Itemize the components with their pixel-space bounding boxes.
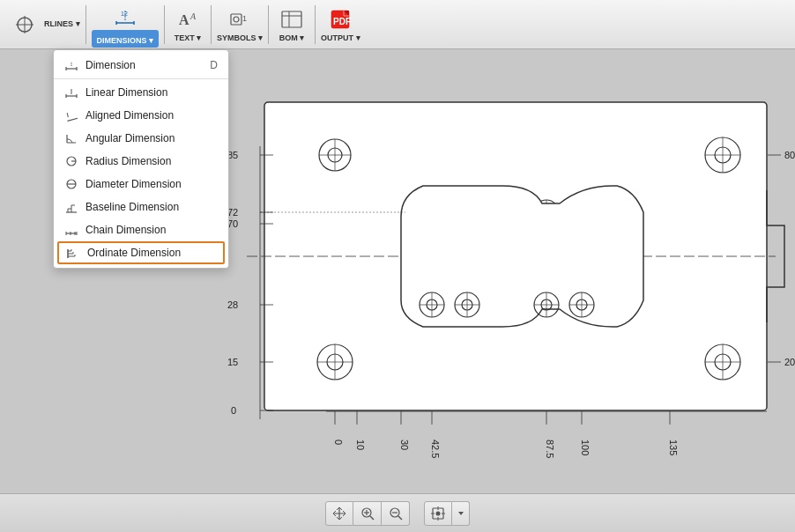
svg-line-140	[398, 516, 402, 520]
divider-3	[211, 5, 212, 44]
menu-item-radius[interactable]: Radius Dimension	[54, 150, 228, 173]
divider-1	[85, 5, 86, 44]
bom-label[interactable]: BOM ▾	[279, 33, 305, 42]
menu-item-baseline[interactable]: Baseline Dimension	[54, 196, 228, 218]
divider-2	[164, 5, 165, 44]
svg-text:A: A	[189, 11, 197, 21]
symbols-label[interactable]: SYMBOLS ▾	[217, 33, 263, 42]
menu-item-linear[interactable]: Linear Dimension	[54, 81, 228, 104]
svg-text:135: 135	[668, 440, 679, 455]
svg-line-29	[67, 113, 68, 117]
main-toolbar: RLINES ▾ 12 DIMENSIONS ▾	[0, 0, 795, 49]
snap-tools-group	[424, 501, 470, 526]
svg-rect-10	[231, 14, 241, 25]
menu-item-angular[interactable]: Angular Dimension	[54, 127, 228, 150]
dim-diameter-icon	[64, 177, 78, 191]
snap-options-button[interactable]	[452, 501, 470, 526]
bom-tool[interactable]	[274, 5, 309, 33]
view-tools-group	[325, 501, 410, 526]
svg-text:0: 0	[231, 405, 236, 416]
zoom-out-button[interactable]	[382, 501, 410, 526]
bom-section[interactable]: BOM ▾	[274, 5, 309, 44]
dim-general-icon	[64, 58, 78, 72]
output-section[interactable]: PDF OUTPUT ▾	[321, 5, 360, 44]
menu-item-dimension[interactable]: Dimension D	[54, 54, 228, 77]
svg-text:A: A	[179, 12, 189, 27]
text-section[interactable]: A A TEXT ▾	[170, 5, 205, 44]
svg-text:12: 12	[121, 11, 128, 17]
menu-item-dimension-shortcut: D	[210, 59, 218, 71]
svg-text:10: 10	[355, 440, 366, 450]
menu-item-aligned-label: Aligned Dimension	[85, 109, 174, 122]
menu-item-ordinate-label: Ordinate Dimension	[87, 247, 181, 259]
dim-angular-icon	[64, 131, 78, 145]
svg-text:1: 1	[242, 14, 247, 23]
menu-item-diameter[interactable]: Diameter Dimension	[54, 173, 228, 196]
dim-linear-icon	[64, 85, 78, 100]
svg-text:30: 30	[399, 440, 410, 450]
bottom-toolbar	[0, 493, 795, 532]
menu-item-ordinate[interactable]: Ordinate Dimension	[57, 241, 225, 264]
menu-separator-1	[54, 78, 228, 79]
svg-text:15: 15	[227, 357, 238, 367]
text-tool[interactable]: A A	[170, 5, 205, 33]
dim-chain-icon	[64, 223, 78, 237]
dim-ordinate-icon	[66, 246, 80, 260]
dimensions-tool[interactable]: 12	[108, 2, 143, 30]
dimensions-dropdown: Dimension D Linear Dimension Aligned Dim…	[53, 49, 229, 269]
menu-item-radius-label: Radius Dimension	[85, 155, 171, 167]
svg-marker-148	[458, 512, 464, 515]
svg-point-11	[234, 17, 239, 22]
svg-line-136	[370, 516, 374, 520]
menu-item-linear-label: Linear Dimension	[85, 86, 167, 99]
menu-item-aligned[interactable]: Aligned Dimension	[54, 104, 228, 127]
svg-text:28: 28	[227, 299, 238, 310]
dimensions-section[interactable]: 12 DIMENSIONS ▾	[92, 2, 160, 48]
svg-text:100: 100	[580, 440, 591, 455]
svg-text:0: 0	[333, 440, 344, 445]
menu-item-dimension-label: Dimension	[85, 59, 136, 71]
svg-text:20: 20	[784, 357, 795, 367]
snap-button[interactable]	[424, 501, 452, 526]
text-label[interactable]: TEXT ▾	[175, 33, 202, 42]
divider-5	[315, 5, 316, 44]
dim-baseline-icon	[64, 200, 78, 214]
centerlines-label[interactable]: RLINES ▾	[44, 19, 80, 28]
dim-aligned-icon	[64, 108, 78, 122]
svg-rect-13	[282, 11, 301, 27]
zoom-in-button[interactable]	[353, 501, 382, 526]
svg-line-28	[67, 118, 78, 121]
dim-radius-icon	[64, 154, 78, 168]
svg-text:87.5: 87.5	[545, 440, 555, 458]
svg-text:80: 80	[784, 150, 795, 160]
symbols-section[interactable]: 1 SYMBOLS ▾	[217, 5, 263, 44]
menu-item-angular-label: Angular Dimension	[85, 132, 175, 144]
pan-button[interactable]	[325, 501, 353, 526]
menu-item-baseline-label: Baseline Dimension	[85, 201, 179, 213]
output-tool[interactable]: PDF	[323, 5, 358, 33]
menu-item-chain-label: Chain Dimension	[85, 224, 166, 236]
divider-4	[268, 5, 269, 44]
menu-item-diameter-label: Diameter Dimension	[85, 178, 182, 190]
svg-text:PDF: PDF	[333, 17, 351, 26]
svg-text:42.5: 42.5	[430, 440, 441, 458]
dimensions-label[interactable]: DIMENSIONS ▾	[92, 30, 160, 48]
centerlines-tool[interactable]	[7, 11, 42, 39]
svg-point-143	[436, 511, 441, 515]
output-label[interactable]: OUTPUT ▾	[321, 33, 360, 42]
menu-item-chain[interactable]: Chain Dimension	[54, 218, 228, 241]
symbols-tool[interactable]: 1	[222, 5, 257, 33]
